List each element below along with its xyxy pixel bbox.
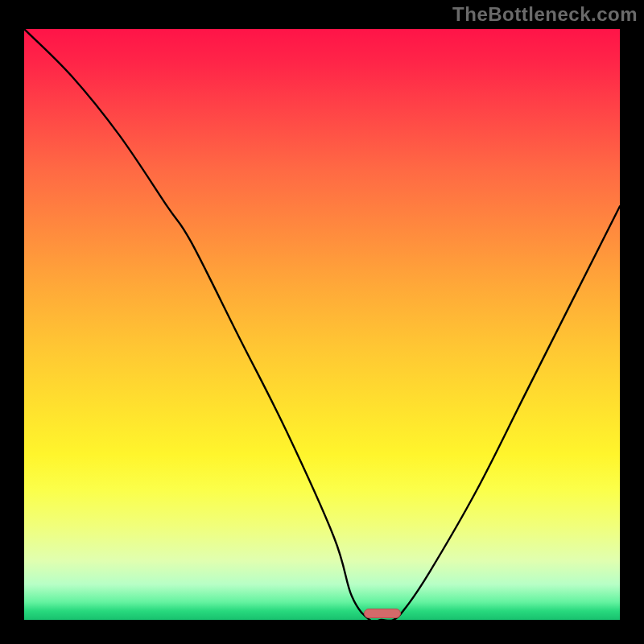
watermark-text: TheBottleneck.com xyxy=(452,3,638,26)
chart-stage: TheBottleneck.com xyxy=(0,0,644,644)
minimum-marker xyxy=(364,609,401,618)
plot-area xyxy=(24,29,620,620)
bottleneck-curve xyxy=(24,29,620,620)
curve-path xyxy=(24,29,620,620)
